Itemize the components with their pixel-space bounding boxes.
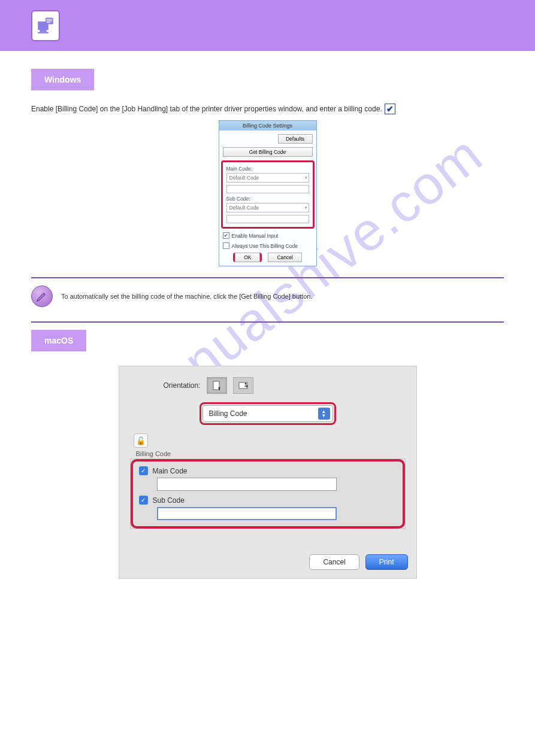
orientation-landscape-button[interactable] <box>233 377 253 394</box>
sub-code-value: Default Code <box>229 205 259 211</box>
svg-rect-5 <box>47 20 53 21</box>
svg-point-11 <box>244 383 246 385</box>
main-code-label: Main Code: <box>226 166 309 172</box>
mac-main-code-input[interactable] <box>157 478 337 491</box>
orientation-portrait-button[interactable] <box>207 377 227 394</box>
mac-code-fields-highlight: ✓ Main Code ✓ Sub Code <box>131 459 405 529</box>
mac-cancel-button[interactable]: Cancel <box>309 554 359 570</box>
billing-inner-box: ✓ Main Code ✓ Sub Code <box>130 459 406 529</box>
get-billing-code-button[interactable]: Get Billing Code <box>223 147 313 157</box>
svg-rect-1 <box>40 30 46 32</box>
stepper-icon: ▴▾ <box>318 408 330 420</box>
checkbox-checked-icon: ✔ <box>223 232 229 239</box>
sub-code-input[interactable] <box>226 215 309 223</box>
svg-rect-2 <box>38 32 49 33</box>
instruction-text: Enable [Billing Code] on the [Job Handli… <box>31 104 382 114</box>
main-code-value: Default Code <box>229 175 259 181</box>
divider <box>31 277 504 278</box>
sub-code-label: Sub Code <box>153 496 185 505</box>
lock-icon[interactable]: 🔓 <box>134 433 148 448</box>
enable-manual-label: Enable Manual Input <box>232 233 279 239</box>
main-code-input[interactable] <box>226 185 309 193</box>
mac-print-button[interactable]: Print <box>365 554 408 570</box>
checkbox-unchecked-icon <box>223 242 229 249</box>
sub-code-checkbox-row[interactable]: ✓ Sub Code <box>139 496 397 505</box>
main-code-checkbox-row[interactable]: ✓ Main Code <box>139 466 397 475</box>
main-code-label: Main Code <box>153 467 188 475</box>
chevron-down-icon: ▾ <box>305 205 307 210</box>
mac-print-dialog: Orientation: Billing Code ▴▾ 🔓 Billing C… <box>119 366 417 579</box>
logo-icon <box>31 10 60 41</box>
defaults-button[interactable]: Defaults <box>278 134 313 144</box>
always-use-checkbox-row[interactable]: Always Use This Billing Code <box>223 242 313 249</box>
cancel-button[interactable]: Cancel <box>268 253 301 262</box>
panel-selector-dropdown[interactable]: Billing Code ▴▾ <box>202 405 333 422</box>
panel-selector-value: Billing Code <box>209 409 247 418</box>
dialog-title: Billing Code Settings <box>219 121 316 130</box>
windows-instruction: Enable [Billing Code] on the [Job Handli… <box>31 104 504 114</box>
main-code-dropdown[interactable]: Default Code ▾ <box>226 173 309 183</box>
mac-dialog-container: Orientation: Billing Code ▴▾ 🔓 Billing C… <box>31 366 504 579</box>
panel-selector-highlight: Billing Code ▴▾ <box>200 402 336 425</box>
windows-section-tag: Windows <box>31 69 94 90</box>
note-row: To automatically set the billing code of… <box>31 282 504 311</box>
always-use-label: Always Use This Billing Code <box>232 243 298 249</box>
checkbox-checked-icon: ✓ <box>139 466 148 475</box>
checkbox-checked-icon: ✓ <box>139 496 148 505</box>
enable-manual-checkbox-row[interactable]: ✔ Enable Manual Input <box>223 232 313 239</box>
orientation-label: Orientation: <box>164 381 201 390</box>
svg-rect-6 <box>47 22 50 22</box>
sub-code-label: Sub Code: <box>226 196 309 202</box>
code-fields-highlight: Main Code: Default Code ▾ Sub Code: Defa… <box>221 160 315 229</box>
mac-sub-code-input[interactable] <box>157 507 337 520</box>
billing-code-section-label: Billing Code <box>136 450 408 457</box>
checkbox-checked-icon: ✔ <box>385 104 395 114</box>
windows-dialog-container: Billing Code Settings Defaults Get Billi… <box>31 120 504 266</box>
chevron-down-icon: ▾ <box>305 175 307 180</box>
header-bar <box>0 0 535 51</box>
ok-button[interactable]: OK <box>235 253 260 262</box>
pencil-icon <box>31 286 53 307</box>
note-text: To automatically set the billing code of… <box>61 292 312 302</box>
svg-rect-4 <box>47 19 53 19</box>
billing-code-settings-dialog: Billing Code Settings Defaults Get Billi… <box>219 120 317 266</box>
ok-button-highlight: OK <box>233 253 262 262</box>
svg-rect-7 <box>213 381 219 390</box>
svg-rect-9 <box>219 388 220 390</box>
sub-code-dropdown[interactable]: Default Code ▾ <box>226 203 309 212</box>
macos-section-tag: macOS <box>31 330 86 351</box>
divider <box>31 321 504 323</box>
